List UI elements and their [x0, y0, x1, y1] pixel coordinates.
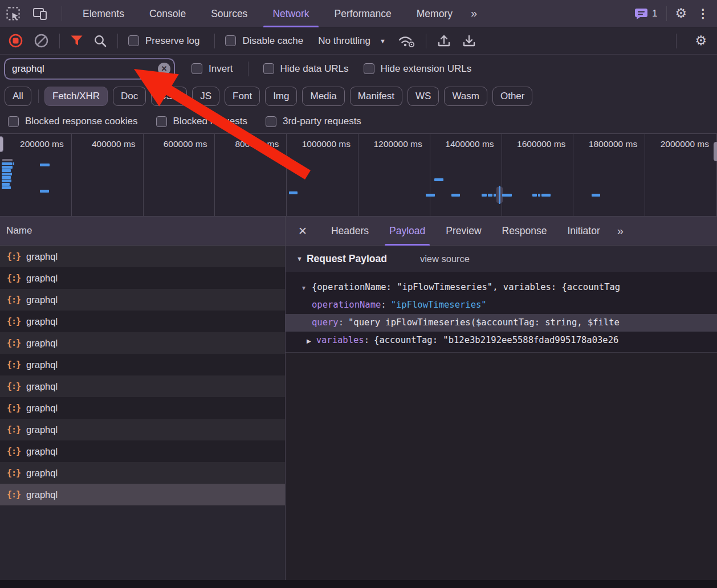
filter-chip-manifest[interactable]: Manifest — [350, 87, 402, 106]
hide-extension-urls-checkbox[interactable]: Hide extension URLs — [364, 63, 472, 75]
network-toolbar: Preserve log Disable cache No throttling… — [0, 27, 717, 55]
filter-icon[interactable] — [70, 35, 83, 47]
blocked-requests-checkbox[interactable]: Blocked requests — [156, 116, 247, 127]
request-row[interactable]: {:}graphql — [0, 484, 285, 505]
tab-performance[interactable]: Performance — [322, 0, 404, 27]
tab-console[interactable]: Console — [137, 0, 198, 27]
throttling-dropdown[interactable]: No throttling ▼ — [318, 35, 386, 47]
filter-input[interactable] — [5, 59, 174, 79]
inspect-element-icon[interactable] — [6, 6, 21, 21]
collapse-triangle-icon[interactable]: ▼ — [296, 255, 303, 262]
collapse-triangle-icon[interactable]: ▼ — [301, 285, 307, 291]
network-activity-bar — [2, 179, 11, 182]
payload-empty-area — [286, 353, 717, 580]
export-har-icon[interactable] — [462, 34, 476, 48]
tab-initiator[interactable]: Initiator — [557, 217, 610, 246]
request-row[interactable]: {:}graphql — [0, 289, 285, 311]
request-row[interactable]: {:}graphql — [0, 267, 285, 289]
network-activity-bar — [2, 173, 12, 175]
filter-chip-css[interactable]: CSS — [151, 87, 187, 106]
record-network-log-icon[interactable] — [8, 33, 23, 48]
network-settings-gear-icon[interactable]: ⚙ — [687, 33, 717, 48]
request-row[interactable]: {:}graphql — [0, 311, 285, 332]
clear-network-log-icon[interactable] — [34, 33, 49, 48]
payload-pane: ▼ Request Payload view source ▼{operatio… — [286, 246, 717, 580]
network-activity-bar — [2, 169, 11, 172]
clear-filter-icon[interactable]: ✕ — [158, 63, 170, 75]
tab-memory[interactable]: Memory — [404, 0, 465, 27]
tab-sources[interactable]: Sources — [198, 0, 260, 27]
request-payload-section[interactable]: ▼ Request Payload view source — [286, 246, 717, 272]
request-row[interactable]: {:}graphql — [0, 462, 285, 484]
filter-chip-other[interactable]: Other — [492, 87, 533, 106]
tab-preview[interactable]: Preview — [435, 217, 491, 246]
request-row[interactable]: {:}graphql — [0, 246, 285, 267]
settings-gear-icon[interactable]: ⚙ — [667, 6, 695, 21]
checkbox[interactable] — [128, 35, 139, 46]
tab-headers[interactable]: Headers — [321, 217, 379, 246]
request-row[interactable]: {:}graphql — [0, 354, 285, 375]
tab-network[interactable]: Network — [260, 0, 321, 27]
network-activity-bar — [2, 186, 11, 189]
request-name: graphql — [26, 468, 58, 479]
payload-row-query[interactable]: query:"query ipFlowTimeseries($accountTa… — [286, 314, 717, 332]
filter-chip-fetch-xhr[interactable]: Fetch/XHR — [44, 87, 108, 106]
request-row[interactable]: {:}graphql — [0, 375, 285, 397]
invert-checkbox[interactable]: Invert — [192, 63, 233, 75]
tab-response[interactable]: Response — [492, 217, 557, 246]
network-conditions-icon[interactable] — [397, 33, 415, 48]
tab-payload[interactable]: Payload — [379, 217, 435, 246]
third-party-requests-label: 3rd-party requests — [283, 116, 361, 127]
checkbox[interactable] — [263, 63, 274, 74]
network-activity-bar — [451, 194, 460, 197]
more-tabs-icon[interactable]: » — [465, 7, 483, 20]
more-detail-tabs-icon[interactable]: » — [610, 224, 624, 238]
more-options-icon[interactable]: ⋮ — [695, 7, 717, 21]
request-row[interactable]: {:}graphql — [0, 419, 285, 440]
filter-chip-media[interactable]: Media — [302, 87, 344, 106]
network-activity-bar — [488, 194, 492, 197]
request-name: graphql — [26, 446, 58, 457]
close-details-icon[interactable]: ✕ — [298, 224, 307, 238]
checkbox[interactable] — [156, 116, 167, 127]
filter-chip-doc[interactable]: Doc — [113, 87, 146, 106]
request-row[interactable]: {:}graphql — [0, 397, 285, 419]
console-message-count: 1 — [652, 8, 657, 19]
third-party-requests-checkbox[interactable]: 3rd-party requests — [266, 116, 361, 127]
device-toolbar-icon[interactable] — [32, 6, 48, 21]
timeline-scroll-handle-left[interactable] — [0, 136, 3, 152]
checkbox[interactable] — [266, 116, 276, 127]
import-har-icon[interactable] — [437, 34, 451, 48]
console-messages-icon[interactable] — [634, 7, 648, 20]
preserve-log-checkbox[interactable]: Preserve log — [128, 35, 199, 47]
search-icon[interactable] — [93, 34, 107, 48]
hide-data-urls-checkbox[interactable]: Hide data URLs — [263, 63, 349, 75]
payload-row-variables[interactable]: ▶variables:{accountTag: "b12e3b2192ee558… — [286, 332, 717, 349]
view-source-link[interactable]: view source — [420, 254, 470, 264]
checkbox[interactable] — [364, 63, 374, 74]
blocked-response-cookies-checkbox[interactable]: Blocked response cookies — [8, 116, 138, 127]
filter-chip-ws[interactable]: WS — [408, 87, 439, 106]
filter-chip-img[interactable]: Img — [265, 87, 297, 106]
payload-root-row[interactable]: ▼{operationName: "ipFlowTimeseries", var… — [286, 279, 717, 296]
name-column-header[interactable]: Name — [0, 217, 285, 246]
fetch-xhr-icon: {:} — [7, 316, 21, 326]
checkbox[interactable] — [225, 35, 236, 46]
filter-chip-wasm[interactable]: Wasm — [444, 87, 487, 106]
timeline-overview[interactable]: 200000 ms400000 ms600000 ms800000 ms1000… — [0, 134, 717, 217]
tab-elements[interactable]: Elements — [70, 0, 137, 27]
filter-chip-all[interactable]: All — [5, 87, 31, 106]
timeline-scroll-handle-right[interactable] — [714, 142, 717, 161]
request-row[interactable]: {:}graphql — [0, 440, 285, 462]
checkbox[interactable] — [8, 116, 19, 127]
request-row[interactable]: {:}graphql — [0, 332, 285, 354]
filter-chip-js[interactable]: JS — [192, 87, 219, 106]
detail-tab-bar: ✕ Headers Payload Preview Response Initi… — [286, 217, 717, 246]
payload-row-operationname[interactable]: operationName:"ipFlowTimeseries" — [286, 296, 717, 314]
disable-cache-checkbox[interactable]: Disable cache — [225, 35, 303, 47]
network-activity-bar — [538, 194, 540, 197]
filter-chip-font[interactable]: Font — [225, 87, 260, 106]
checkbox[interactable] — [192, 63, 202, 74]
expand-triangle-icon[interactable]: ▶ — [307, 338, 311, 344]
fetch-xhr-icon: {:} — [7, 251, 21, 262]
